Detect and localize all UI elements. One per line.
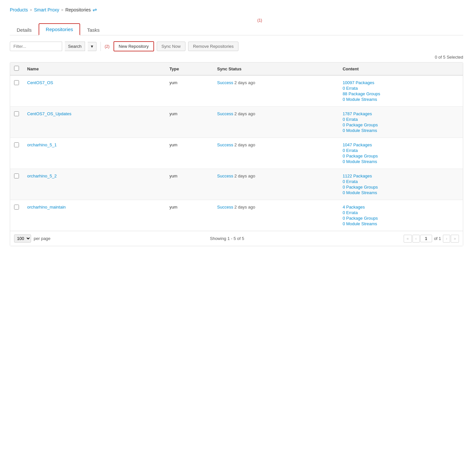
repository-name-link[interactable]: CentOS7_OS_Updates — [27, 111, 71, 116]
breadcrumb-products[interactable]: Products — [10, 7, 28, 12]
content-item-link[interactable]: 0 Errata — [342, 86, 459, 91]
repository-name-link[interactable]: CentOS7_OS — [27, 80, 53, 85]
sync-icon[interactable]: ⇌ — [93, 7, 97, 13]
content-column-header: Content — [339, 63, 463, 75]
search-dropdown-button[interactable]: ▼ — [88, 42, 96, 51]
new-repo-badge: (2) — [105, 44, 110, 49]
tab-details[interactable]: Details — [10, 24, 39, 35]
table-row: orcharhino_5_1yumSuccess 2 days ago1047 … — [10, 138, 463, 169]
repository-type: yum — [166, 75, 213, 107]
first-page-button[interactable]: « — [404, 235, 412, 243]
table-row: CentOS7_OS_UpdatesyumSuccess 2 days ago1… — [10, 107, 463, 138]
tab-repositories[interactable]: Repositories — [39, 23, 80, 35]
content-item-link[interactable]: 0 Errata — [342, 210, 459, 215]
content-item-link[interactable]: 0 Package Groups — [342, 185, 459, 190]
row-checkbox[interactable] — [14, 142, 19, 147]
next-page-button[interactable]: › — [443, 235, 450, 243]
breadcrumb: Products » Smart Proxy » Repositories ⇌ — [10, 7, 463, 13]
sync-time: 2 days ago — [233, 111, 255, 116]
repository-type: yum — [166, 107, 213, 138]
pagination-bar: 100 25 50 200 per page Showing 1 - 5 of … — [10, 231, 463, 246]
breadcrumb-sep1: » — [30, 8, 32, 12]
breadcrumb-repositories: Repositories — [65, 7, 91, 12]
row-checkbox[interactable] — [14, 205, 19, 210]
new-repository-button[interactable]: New Repository — [114, 41, 154, 51]
sync-now-button[interactable]: Sync Now — [157, 42, 186, 51]
sync-status-label[interactable]: Success — [217, 111, 233, 116]
per-page-control: 100 25 50 200 per page — [14, 234, 50, 243]
toolbar-separator — [100, 42, 101, 51]
selection-info: 0 of 5 Selected — [10, 55, 463, 60]
tabs: Details Repositories Tasks — [10, 23, 463, 35]
per-page-label: per page — [34, 236, 50, 241]
table-header-row: Name Type Sync Status Content — [10, 63, 463, 75]
toolbar: Search ▼ (2) New Repository Sync Now Rem… — [10, 41, 463, 51]
table-row: CentOS7_OSyumSuccess 2 days ago10097 Pac… — [10, 75, 463, 107]
breadcrumb-sep2: » — [61, 8, 63, 12]
sync-status-column-header: Sync Status — [213, 63, 339, 75]
sync-status-label[interactable]: Success — [217, 174, 233, 178]
page-of-label: of 1 — [433, 236, 443, 241]
content-cell: 4 Packages0 Errata0 Package Groups0 Modu… — [342, 205, 459, 226]
page-number-input[interactable] — [420, 235, 432, 242]
content-cell: 10097 Packages0 Errata88 Package Groups0… — [342, 80, 459, 102]
content-cell: 1122 Packages0 Errata0 Package Groups0 M… — [342, 174, 459, 195]
content-item-link[interactable]: 0 Module Streams — [342, 97, 459, 102]
row-checkbox[interactable] — [14, 111, 19, 116]
content-item-link[interactable]: 4 Packages — [342, 205, 459, 210]
content-item-link[interactable]: 1787 Packages — [342, 111, 459, 116]
type-column-header: Type — [166, 63, 213, 75]
content-item-link[interactable]: 10097 Packages — [342, 80, 459, 85]
tabs-container: (1) Details Repositories Tasks — [10, 18, 463, 35]
content-item-link[interactable]: 0 Package Groups — [342, 122, 459, 127]
content-cell: 1047 Packages0 Errata0 Package Groups0 M… — [342, 142, 459, 164]
select-all-header — [10, 63, 23, 75]
repository-name-link[interactable]: orcharhino_5_2 — [27, 174, 57, 178]
content-item-link[interactable]: 0 Module Streams — [342, 190, 459, 195]
tab-tasks[interactable]: Tasks — [80, 24, 106, 35]
remove-repositories-button[interactable]: Remove Repositories — [188, 42, 238, 51]
content-cell: 1787 Packages0 Errata0 Package Groups0 M… — [342, 111, 459, 133]
content-item-link[interactable]: 88 Package Groups — [342, 91, 459, 96]
sync-status-label[interactable]: Success — [217, 80, 233, 85]
table-row: orcharhino_maintainyumSuccess 2 days ago… — [10, 200, 463, 231]
sync-status-label[interactable]: Success — [217, 205, 233, 210]
filter-input[interactable] — [10, 42, 62, 51]
content-item-link[interactable]: 0 Module Streams — [342, 128, 459, 133]
row-checkbox[interactable] — [14, 80, 19, 85]
repository-type: yum — [166, 169, 213, 200]
sync-time: 2 days ago — [233, 205, 255, 210]
sync-time: 2 days ago — [233, 142, 255, 147]
repository-type: yum — [166, 200, 213, 231]
search-button[interactable]: Search — [65, 42, 85, 51]
repositories-table: Name Type Sync Status Content CentOS7_OS… — [10, 62, 463, 246]
per-page-select[interactable]: 100 25 50 200 — [14, 234, 31, 243]
content-item-link[interactable]: 0 Errata — [342, 179, 459, 184]
repository-name-link[interactable]: orcharhino_5_1 — [27, 142, 57, 147]
content-item-link[interactable]: 0 Errata — [342, 148, 459, 153]
content-item-link[interactable]: 1047 Packages — [342, 142, 459, 147]
sync-time: 2 days ago — [233, 80, 255, 85]
prev-page-button[interactable]: ‹ — [412, 235, 420, 243]
breadcrumb-smart-proxy[interactable]: Smart Proxy — [34, 7, 59, 12]
select-all-checkbox[interactable] — [14, 66, 19, 71]
repositories-tab-badge: (1) — [56, 18, 463, 23]
content-item-link[interactable]: 0 Package Groups — [342, 154, 459, 158]
repository-name-link[interactable]: orcharhino_maintain — [27, 205, 66, 210]
pagination-controls: « ‹ of 1 › » — [404, 235, 459, 243]
content-item-link[interactable]: 0 Package Groups — [342, 216, 459, 221]
content-item-link[interactable]: 0 Module Streams — [342, 221, 459, 226]
content-item-link[interactable]: 0 Errata — [342, 117, 459, 122]
repository-type: yum — [166, 138, 213, 169]
pagination-info: Showing 1 - 5 of 5 — [210, 236, 244, 241]
content-item-link[interactable]: 1122 Packages — [342, 174, 459, 178]
sync-status-label[interactable]: Success — [217, 142, 233, 147]
sync-time: 2 days ago — [233, 174, 255, 178]
last-page-button[interactable]: » — [451, 235, 459, 243]
row-checkbox[interactable] — [14, 174, 19, 178]
table-row: orcharhino_5_2yumSuccess 2 days ago1122 … — [10, 169, 463, 200]
name-column-header: Name — [23, 63, 166, 75]
content-item-link[interactable]: 0 Module Streams — [342, 159, 459, 164]
